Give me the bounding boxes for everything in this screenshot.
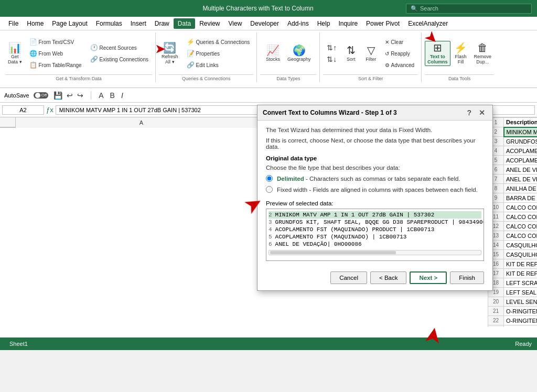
cancel-button[interactable]: Cancel	[330, 271, 367, 284]
text-to-columns-button[interactable]: ⊞ Text toColumns	[425, 41, 450, 66]
dialog-title-bar: Convert Text to Columns Wizard - Step 1 …	[257, 105, 492, 121]
queries-label: Queries & Connections	[159, 74, 253, 81]
table-row: 23 PARAF C/ ANILHA RECARTILHADA M8| 0HG0…	[488, 325, 538, 328]
search-icon: 🔍	[411, 5, 418, 12]
grid[interactable]: 1 Description 2 MINIKOM MATV AMP 1 IN 1 …	[488, 117, 537, 327]
convert-text-to-columns-dialog: Convert Text to Columns Wizard - Step 1 …	[257, 105, 493, 291]
remove-duplicates-button[interactable]: 🗑 RemoveDup...	[471, 41, 495, 66]
menu-developer[interactable]: Developer	[246, 18, 283, 29]
table-row: 16 KIT DE REPARACAO PARA CILINDROITEM | …	[488, 259, 538, 269]
menu-home[interactable]: Home	[23, 18, 48, 29]
undo-button[interactable]: ↩	[66, 90, 74, 101]
from-table-button[interactable]: 📋 From Table/Range	[26, 60, 85, 70]
refresh-all-button[interactable]: 🔄 RefreshAll ▾ ➤	[159, 41, 181, 66]
existing-connections-icon: 🔗	[90, 56, 98, 63]
delimited-desc: - Characters such as commas or tabs sepa…	[306, 176, 460, 182]
menu-review[interactable]: Review	[195, 18, 224, 29]
redo-button[interactable]: ↪	[76, 90, 84, 101]
table-row: 22 O-RINGITEM | 0AJ00188	[488, 316, 538, 325]
table-row: 19 LEFT SEALING BUSHITEM | 1CB00801	[488, 288, 538, 297]
status-bar: Sheet1 Ready	[0, 337, 537, 350]
finish-button[interactable]: Finish	[450, 271, 484, 284]
table-row: 15 CASQUILHO DE VEDACAO ESQUERDO V2 REFO…	[488, 250, 538, 259]
menu-powerpivot[interactable]: Power Pivot	[362, 18, 404, 29]
row-num-header	[0, 117, 16, 127]
properties-button[interactable]: 📝 Properties	[183, 48, 254, 59]
search-input[interactable]	[420, 5, 525, 12]
next-button[interactable]: Next >	[410, 271, 447, 284]
dialog-intro2: If this is correct, choose Next, or choo…	[266, 137, 484, 150]
menu-addins[interactable]: Add-ins	[283, 18, 313, 29]
cell-a2[interactable]: MINIKOM MATV AMP 1 IN 1 OUT 27dB GAIN | …	[504, 127, 538, 137]
autosave-toggle[interactable]: Off	[34, 92, 49, 99]
dialog-title-icons: ? ✕	[465, 108, 487, 117]
menu-draw[interactable]: Draw	[151, 18, 174, 29]
from-text-csv-button[interactable]: 📄 From Text/CSV	[26, 37, 85, 47]
geography-button[interactable]: 🌍 Geography	[285, 43, 314, 63]
from-web-icon: 🌐	[29, 50, 37, 57]
sort-asc-button[interactable]: ⇅↑	[323, 42, 340, 53]
table-row: 10 CALCO COBRA 228ITEM | 0AJ00203	[488, 203, 538, 212]
stocks-icon: 📈	[266, 45, 280, 56]
preview-box[interactable]: 2MINIKOM MATV AMP 1 IN 1 OUT 27dB GAIN |…	[266, 209, 484, 261]
radio-option-delimited: Delimited - Characters such as commas or…	[266, 175, 484, 182]
queries-connections-button[interactable]: ⚡ Queries & Connections	[183, 37, 254, 47]
header-description[interactable]: Description	[504, 118, 538, 127]
menu-formulas[interactable]: Formulas	[92, 18, 126, 29]
menu-inquire[interactable]: Inquire	[334, 18, 362, 29]
text-to-columns-icon: ⊞	[433, 42, 442, 53]
ribbon-group-data-tools: ⊞ Text toColumns ⚡ FlashFill 🗑 RemoveDup…	[422, 32, 497, 82]
menu-help[interactable]: Help	[313, 18, 335, 29]
format-button[interactable]: A	[98, 90, 104, 101]
properties-icon: 📝	[187, 50, 195, 57]
menu-view[interactable]: View	[224, 18, 246, 29]
delimited-label: Delimited	[277, 176, 304, 182]
menu-data[interactable]: Data	[174, 18, 195, 29]
get-data-icon: 📊	[8, 42, 22, 53]
col-header-a[interactable]: A	[16, 117, 267, 128]
menu-file[interactable]: File	[4, 18, 23, 29]
get-data-button[interactable]: 📊 GetData ▾	[5, 41, 25, 66]
search-box[interactable]: 🔍	[406, 4, 532, 14]
sort-filter-label: Sort & Filter	[323, 74, 418, 81]
formula-icon: ƒx	[46, 106, 53, 114]
sort-desc-button[interactable]: ⇅↓	[323, 54, 340, 64]
existing-connections-button[interactable]: 🔗 Existing Connections	[87, 54, 152, 64]
remove-dup-icon: 🗑	[477, 42, 488, 53]
menu-excelanalyzer[interactable]: ExcelAnalyzer	[404, 18, 452, 29]
advanced-button[interactable]: ⚙ Advanced	[381, 60, 418, 70]
table-row: 20 LEVEL SENSORITEM | 1DA00467	[488, 297, 538, 307]
menu-pagelayout[interactable]: Page Layout	[48, 18, 91, 29]
flash-fill-button[interactable]: ⚡ FlashFill	[452, 41, 470, 66]
table-row: 18 LEFT SCRAPING ARM REF. D60.03ITEM | 1…	[488, 278, 538, 288]
preview-line: 2MINIKOM MATV AMP 1 IN 1 OUT 27dB GAIN |…	[268, 211, 481, 219]
save-button[interactable]: 💾	[52, 90, 63, 101]
italic-button[interactable]: I	[120, 90, 124, 101]
table-row: 1 Description	[488, 118, 538, 127]
bold-button[interactable]: B	[109, 90, 116, 101]
dialog-help-button[interactable]: ?	[465, 108, 474, 117]
table-row: 5 ACOPLAMENTO FST (MAQUINADO) | 1CB00713	[488, 156, 538, 165]
clear-button[interactable]: ✕ Clear	[381, 37, 418, 47]
table-row: 12 CALCO COBRA 230ITEM | 0AJ00205	[488, 222, 538, 231]
from-table-icon: 📋	[29, 61, 37, 69]
cell-reference[interactable]: A2	[2, 105, 44, 115]
dialog-intro1: The Text Wizard has determined that your…	[266, 127, 484, 133]
table-row: 3 GRUNDFOS KIT, SHAFT SEAL, BQQE GG D38 …	[488, 137, 538, 146]
filter-button[interactable]: ▽ Filter	[361, 43, 380, 63]
from-web-button[interactable]: 🌐 From Web	[26, 48, 85, 59]
filter-icon: ▽	[367, 45, 375, 56]
recent-sources-button[interactable]: 🕐 Recent Sources	[87, 42, 152, 53]
stocks-button[interactable]: 📈 Stocks	[263, 43, 283, 63]
recent-sources-icon: 🕐	[90, 44, 98, 51]
delimited-radio[interactable]	[266, 175, 273, 182]
dialog-close-button[interactable]: ✕	[477, 108, 487, 117]
reapply-button[interactable]: ↺ Reapply	[381, 48, 418, 59]
sort-button[interactable]: ⇅ Sort	[341, 43, 360, 63]
sheet-tab[interactable]: Sheet1	[5, 340, 32, 348]
back-button[interactable]: < Back	[370, 271, 406, 284]
menu-insert[interactable]: Insert	[126, 18, 151, 29]
edit-links-button[interactable]: 🔗 Edit Links	[183, 60, 254, 70]
data-tools-label: Data Tools	[425, 74, 494, 81]
fixed-width-radio[interactable]	[266, 186, 273, 193]
